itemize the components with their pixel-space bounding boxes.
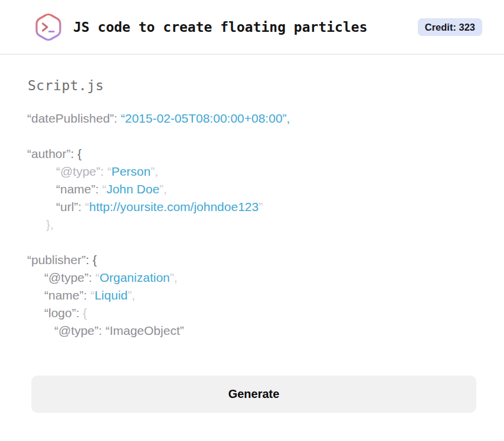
generate-button[interactable]: Generate <box>31 376 476 413</box>
app-window: JS code to create floating particles Cre… <box>0 0 504 441</box>
code-token-key: “url”: <box>56 200 85 213</box>
code-token-key-light: “@type”: <box>56 164 107 178</box>
code-token-value: Organization <box>100 271 170 284</box>
code-line: “name”: “John Doe”, <box>27 180 486 198</box>
code-line: “name”: “Liquid”, <box>27 287 486 304</box>
code-token-key: “name”: <box>56 182 102 196</box>
header: JS code to create floating particles Cre… <box>0 0 504 55</box>
code-token-punct-light: { <box>83 306 87 320</box>
code-token-punct-light: ”, <box>127 288 135 302</box>
code-token-value: Person <box>112 164 151 178</box>
credit-badge: Credit: 323 <box>418 18 482 36</box>
code-token-key: “@type”: <box>44 271 96 284</box>
code-line: “logo”: { <box>27 304 486 322</box>
code-token-value: http://yoursite.com/johndoe123 <box>89 200 258 213</box>
code-token-punct-light: “ <box>107 164 112 178</box>
code-token-punct-light: “ <box>96 271 100 284</box>
code-line: “datePublished”: “2015-02-05T08:00:00+08… <box>27 110 486 127</box>
code-token-value: “2015-02-05T08:00:00+08:00”, <box>121 111 290 125</box>
code-block: “datePublished”: “2015-02-05T08:00:00+08… <box>27 110 486 340</box>
file-name-heading: Script.js <box>28 78 104 93</box>
code-token-punct-light: }, <box>46 218 54 231</box>
code-line: “@type”: “ImageObject” <box>27 322 486 340</box>
code-token-value: John Doe <box>106 182 159 196</box>
code-token-key: “@type”: “ImageObject” <box>54 324 184 337</box>
code-token-key: “logo”: <box>44 306 83 320</box>
page-title: JS code to create floating particles <box>73 19 368 35</box>
terminal-hexagon-icon <box>33 12 64 42</box>
code-token-punct-dark: : { <box>71 147 82 160</box>
code-token-key: “publisher” <box>27 253 86 266</box>
code-line: “publisher”: { <box>27 251 486 269</box>
code-line <box>27 127 486 145</box>
code-token-punct-light: ”, <box>170 271 178 284</box>
code-token-punct-light: ”, <box>150 164 158 178</box>
code-token-value: Liquid <box>94 288 127 302</box>
code-token-key: “author” <box>27 147 71 160</box>
code-token-punct-dark: : { <box>86 253 97 266</box>
code-token-key: “name”: <box>44 288 90 302</box>
code-line: “url”: “http://yoursite.com/johndoe123” <box>27 198 486 216</box>
code-token-punct-light: ”, <box>159 182 167 196</box>
code-line: “@type”: “Organization”, <box>27 269 486 287</box>
code-line <box>27 233 486 251</box>
code-token-punct-light: “ <box>85 200 89 213</box>
code-token-punct-light: ” <box>258 200 263 213</box>
code-line: “author”: { <box>27 145 486 163</box>
code-line: “@type”: “Person”, <box>27 163 486 180</box>
code-token-key: “datePublished”: <box>27 111 121 125</box>
code-line: }, <box>27 216 486 233</box>
